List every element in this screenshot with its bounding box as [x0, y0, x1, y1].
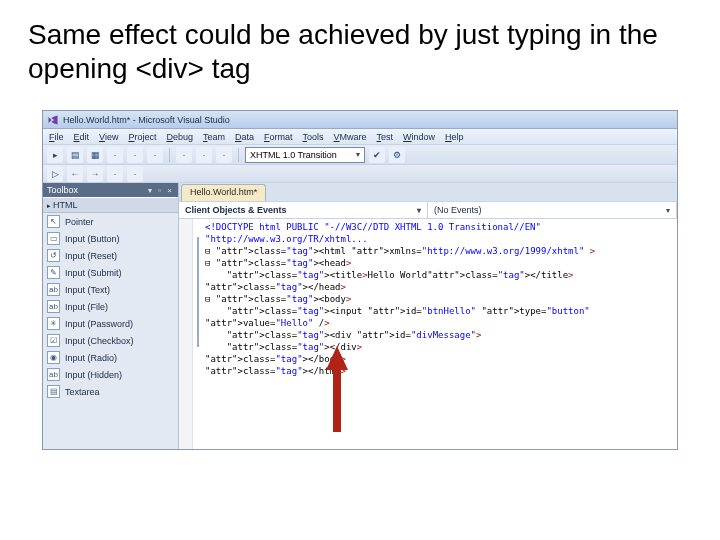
menu-file[interactable]: File	[49, 132, 64, 142]
toolbox-item-icon: ◉	[47, 351, 60, 364]
toolbar-button[interactable]: ·	[107, 166, 123, 182]
toolbox-item[interactable]: ◉Input (Radio)	[43, 349, 178, 366]
toolbox-item-label: Input (Submit)	[65, 268, 122, 278]
code-line: "attr">class="tag"></head>	[205, 281, 677, 293]
toolbox-item-label: Input (Checkbox)	[65, 336, 134, 346]
toolbox-item[interactable]: abInput (Hidden)	[43, 366, 178, 383]
toolbar-button[interactable]: ·	[196, 147, 212, 163]
toolbox-item[interactable]: ✳Input (Password)	[43, 315, 178, 332]
code-line: "attr">class="tag"><title>Hello World"at…	[205, 269, 677, 281]
file-tab-label: Hello.World.htm*	[190, 187, 257, 197]
code-line: <!DOCTYPE html PUBLIC "-//W3C//DTD XHTML…	[205, 221, 677, 245]
code-gutter	[179, 219, 193, 449]
code-line: ⊟ "attr">class="tag"><body>	[205, 293, 677, 305]
code-line: "attr">class="tag"></body>	[205, 353, 677, 365]
toolbox-header[interactable]: Toolbox ▾ ▫ ×	[43, 183, 178, 197]
toolbar-button[interactable]: ·	[176, 147, 192, 163]
menu-tools[interactable]: Tools	[303, 132, 324, 142]
toolbar-button[interactable]: ▤	[67, 147, 83, 163]
menu-view[interactable]: View	[99, 132, 118, 142]
toolbox-item[interactable]: ↺Input (Reset)	[43, 247, 178, 264]
toolbox-item[interactable]: abInput (File)	[43, 298, 178, 315]
toolbar-button[interactable]: ▷	[47, 166, 63, 182]
toolbox-item[interactable]: ↖Pointer	[43, 213, 178, 230]
menu-edit[interactable]: Edit	[74, 132, 90, 142]
toolbox-item[interactable]: abInput (Text)	[43, 281, 178, 298]
chevron-down-icon: ▾	[356, 150, 360, 159]
window-title: Hello.World.htm* - Microsoft Visual Stud…	[63, 115, 230, 125]
toolbar-separator	[169, 148, 170, 162]
menu-vmware[interactable]: VMware	[334, 132, 367, 142]
toolbar-secondary: ▷←→··	[43, 165, 677, 183]
toolbox-item-icon: ↖	[47, 215, 60, 228]
file-tab-active[interactable]: Hello.World.htm*	[181, 184, 266, 201]
toolbox-item[interactable]: ✎Input (Submit)	[43, 264, 178, 281]
toolbox-item-label: Input (Password)	[65, 319, 133, 329]
toolbox-category-html[interactable]: HTML	[43, 197, 178, 213]
code-line: "attr">class="tag"></html>	[205, 365, 677, 377]
toolbar-button[interactable]: ▦	[87, 147, 103, 163]
toolbox-item-icon: ▤	[47, 385, 60, 398]
toolbox-item-label: Input (Button)	[65, 234, 120, 244]
objects-dropdown-label: Client Objects & Events	[185, 205, 287, 215]
code-fold-line	[197, 237, 199, 347]
toolbox-item-label: Textarea	[65, 387, 100, 397]
document-tabs: Hello.World.htm*	[179, 183, 677, 201]
menu-help[interactable]: Help	[445, 132, 464, 142]
toolbar-button[interactable]: →	[87, 166, 103, 182]
toolbox-item-icon: ab	[47, 283, 60, 296]
menu-project[interactable]: Project	[128, 132, 156, 142]
toolbar-button[interactable]: ▸	[47, 147, 63, 163]
toolbox-item[interactable]: ▤Textarea	[43, 383, 178, 400]
toolbar-button[interactable]: ·	[127, 147, 143, 163]
editor-area: Hello.World.htm* Client Objects & Events…	[179, 183, 677, 449]
menu-test[interactable]: Test	[377, 132, 394, 142]
toolbox-item-label: Input (Text)	[65, 285, 110, 295]
annotation-arrow-icon	[326, 346, 348, 432]
code-editor[interactable]: <!DOCTYPE html PUBLIC "-//W3C//DTD XHTML…	[179, 219, 677, 449]
object-event-dropdowns: Client Objects & Events ▾ (No Events) ▾	[179, 201, 677, 219]
menu-window[interactable]: Window	[403, 132, 435, 142]
toolbox-item-label: Input (Radio)	[65, 353, 117, 363]
toolbox-item-label: Input (Reset)	[65, 251, 117, 261]
toolbox-title: Toolbox	[47, 185, 78, 195]
code-line: ⊟ "attr">class="tag"><html "attr">xmlns=…	[205, 245, 677, 257]
menu-format[interactable]: Format	[264, 132, 293, 142]
code-line: "attr">class="tag"><div "attr">id="divMe…	[205, 329, 677, 341]
toolbar-button[interactable]: ·	[107, 147, 123, 163]
events-dropdown-label: (No Events)	[434, 205, 482, 215]
vs-logo-icon	[47, 114, 59, 126]
toolbox-header-controls[interactable]: ▾ ▫ ×	[148, 186, 174, 195]
toolbar-button[interactable]: ·	[147, 147, 163, 163]
toolbox-item-icon: ✎	[47, 266, 60, 279]
toolbox-item-icon: ☑	[47, 334, 60, 347]
toolbox-item-icon: ↺	[47, 249, 60, 262]
validate-button[interactable]: ✔	[369, 147, 385, 163]
doctype-dropdown-label: XHTML 1.0 Transition	[250, 150, 337, 160]
toolbox-item-label: Input (File)	[65, 302, 108, 312]
toolbar-main: ▸▤▦······ XHTML 1.0 Transition ▾ ✔ ⚙	[43, 145, 677, 165]
toolbox-item[interactable]: ▭Input (Button)	[43, 230, 178, 247]
visual-studio-window: Hello.World.htm* - Microsoft Visual Stud…	[42, 110, 678, 450]
toolbox-panel: Toolbox ▾ ▫ × HTML ↖Pointer▭Input (Butto…	[43, 183, 179, 449]
menu-debug[interactable]: Debug	[166, 132, 193, 142]
slide-headline: Same effect could be achieved by just ty…	[0, 0, 720, 95]
toolbar-button[interactable]: ⚙	[389, 147, 405, 163]
events-dropdown[interactable]: (No Events) ▾	[428, 202, 677, 218]
toolbox-item-label: Pointer	[65, 217, 94, 227]
menubar[interactable]: FileEditViewProjectDebugTeamDataFormatTo…	[43, 129, 677, 145]
menu-team[interactable]: Team	[203, 132, 225, 142]
code-line: "attr">class="tag"><input "attr">id="btn…	[205, 305, 677, 329]
doctype-dropdown[interactable]: XHTML 1.0 Transition ▾	[245, 147, 365, 163]
toolbox-item-icon: ▭	[47, 232, 60, 245]
menu-data[interactable]: Data	[235, 132, 254, 142]
chevron-down-icon: ▾	[417, 206, 421, 215]
toolbox-item-icon: ab	[47, 300, 60, 313]
toolbar-button[interactable]: ·	[127, 166, 143, 182]
objects-dropdown[interactable]: Client Objects & Events ▾	[179, 202, 428, 218]
toolbox-list: ↖Pointer▭Input (Button)↺Input (Reset)✎In…	[43, 213, 178, 449]
toolbar-button[interactable]: ·	[216, 147, 232, 163]
toolbox-item-icon: ✳	[47, 317, 60, 330]
toolbar-button[interactable]: ←	[67, 166, 83, 182]
toolbox-item[interactable]: ☑Input (Checkbox)	[43, 332, 178, 349]
